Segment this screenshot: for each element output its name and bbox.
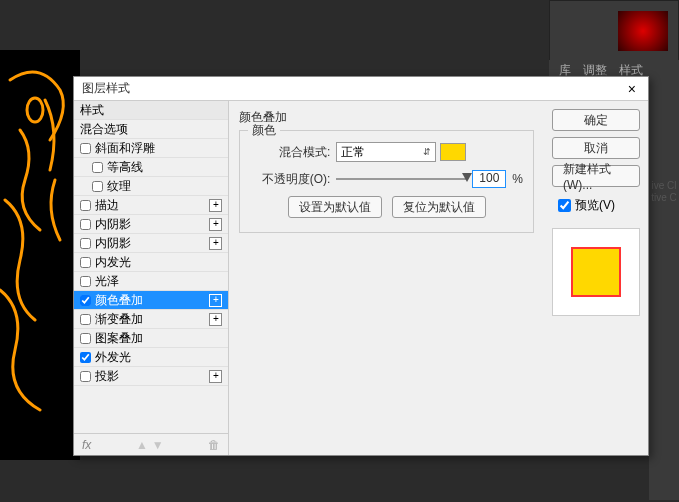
cancel-button[interactable]: 取消 <box>552 137 640 159</box>
reset-default-button[interactable]: 复位为默认值 <box>392 196 486 218</box>
svg-point-0 <box>27 98 43 122</box>
stroke-checkbox[interactable] <box>80 200 91 211</box>
blend-mode-select[interactable]: 正常 ⇵ <box>336 142 436 162</box>
pattern-overlay-checkbox[interactable] <box>80 333 91 344</box>
make-default-button[interactable]: 设置为默认值 <box>288 196 382 218</box>
drop-shadow-checkbox[interactable] <box>80 371 91 382</box>
list-footer: fx ▲▼ 🗑 <box>74 433 228 455</box>
add-icon[interactable]: + <box>209 218 222 231</box>
actions-panel: 确定 取消 新建样式(W)... 预览(V) <box>544 101 648 455</box>
canvas-background <box>0 50 80 460</box>
style-bevel[interactable]: 斜面和浮雕 <box>74 139 228 158</box>
preview-box <box>552 228 640 316</box>
opacity-input[interactable]: 100 <box>472 170 506 188</box>
gradient-overlay-checkbox[interactable] <box>80 314 91 325</box>
fx-label[interactable]: fx <box>82 438 91 452</box>
style-inner-shadow-2[interactable]: 内阴影+ <box>74 234 228 253</box>
blend-mode-label: 混合模式: <box>250 144 330 161</box>
dialog-titlebar: 图层样式 × <box>74 77 648 101</box>
inner-shadow-1-checkbox[interactable] <box>80 219 91 230</box>
app-side-dock: ive Cltive C <box>649 80 679 500</box>
layer-style-dialog: 图层样式 × 样式 混合选项 斜面和浮雕 等高线 纹理 描边+ 内阴影+ 内阴影… <box>73 76 649 456</box>
inner-glow-checkbox[interactable] <box>80 257 91 268</box>
chevron-down-icon: ⇵ <box>423 147 431 157</box>
fieldset-legend: 颜色 <box>248 122 280 139</box>
section-title: 颜色叠加 <box>239 109 534 126</box>
slider-thumb-icon[interactable] <box>462 173 472 182</box>
style-pattern-overlay[interactable]: 图案叠加 <box>74 329 228 348</box>
style-drop-shadow[interactable]: 投影+ <box>74 367 228 386</box>
style-inner-shadow-1[interactable]: 内阴影+ <box>74 215 228 234</box>
style-gradient-overlay[interactable]: 渐变叠加+ <box>74 310 228 329</box>
inner-shadow-2-checkbox[interactable] <box>80 238 91 249</box>
add-icon[interactable]: + <box>209 237 222 250</box>
style-stroke[interactable]: 描边+ <box>74 196 228 215</box>
styles-list-panel: 样式 混合选项 斜面和浮雕 等高线 纹理 描边+ 内阴影+ 内阴影+ 内发光 光… <box>74 101 229 455</box>
style-texture[interactable]: 纹理 <box>74 177 228 196</box>
outer-glow-checkbox[interactable] <box>80 352 91 363</box>
new-style-button[interactable]: 新建样式(W)... <box>552 165 640 187</box>
satin-checkbox[interactable] <box>80 276 91 287</box>
texture-checkbox[interactable] <box>92 181 103 192</box>
opacity-slider[interactable]: 100 % <box>336 170 523 188</box>
add-icon[interactable]: + <box>209 199 222 212</box>
blend-mode-value: 正常 <box>341 144 365 161</box>
bevel-checkbox[interactable] <box>80 143 91 154</box>
style-satin[interactable]: 光泽 <box>74 272 228 291</box>
blend-options-row[interactable]: 混合选项 <box>74 120 228 139</box>
ok-button[interactable]: 确定 <box>552 109 640 131</box>
arrow-down-icon[interactable]: ▼ <box>152 438 164 452</box>
preview-label: 预览(V) <box>575 197 615 214</box>
preview-checkbox[interactable] <box>558 199 571 212</box>
close-icon[interactable]: × <box>624 81 640 97</box>
style-inner-glow[interactable]: 内发光 <box>74 253 228 272</box>
add-icon[interactable]: + <box>209 294 222 307</box>
opacity-label: 不透明度(O): <box>250 171 330 188</box>
color-overlay-checkbox[interactable] <box>80 295 91 306</box>
color-preview-swatch <box>618 11 668 51</box>
cc-badge: ive Cltive C <box>649 180 679 204</box>
color-fieldset: 颜色 混合模式: 正常 ⇵ 不透明度(O): 100 % <box>239 130 534 233</box>
arrow-up-icon[interactable]: ▲ <box>136 438 148 452</box>
add-icon[interactable]: + <box>209 313 222 326</box>
style-color-overlay[interactable]: 颜色叠加+ <box>74 291 228 310</box>
overlay-color-swatch[interactable] <box>440 143 466 161</box>
preview-swatch <box>571 247 621 297</box>
style-contour[interactable]: 等高线 <box>74 158 228 177</box>
contour-checkbox[interactable] <box>92 162 103 173</box>
style-outer-glow[interactable]: 外发光 <box>74 348 228 367</box>
reorder-controls: ▲▼ <box>134 438 166 452</box>
opacity-unit: % <box>512 172 523 186</box>
add-icon[interactable]: + <box>209 370 222 383</box>
styles-header[interactable]: 样式 <box>74 101 228 120</box>
options-panel: 颜色叠加 颜色 混合模式: 正常 ⇵ 不透明度(O): 100 % <box>229 101 544 455</box>
trash-icon[interactable]: 🗑 <box>208 438 220 452</box>
dialog-title: 图层样式 <box>82 80 130 97</box>
